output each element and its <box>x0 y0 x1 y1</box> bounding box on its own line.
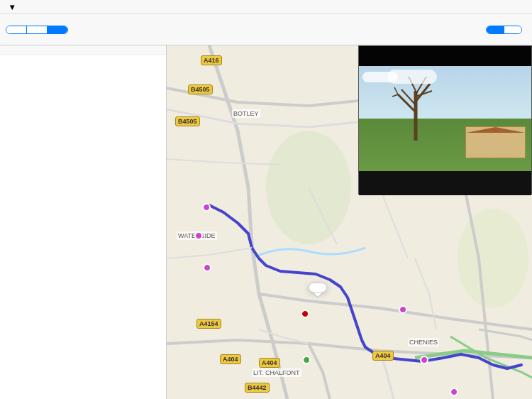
road-badge-a416: A416 <box>201 55 222 65</box>
popup-controls <box>359 171 531 195</box>
photo-sidebar <box>0 45 167 399</box>
map-pin-2[interactable] <box>194 231 203 240</box>
svg-line-6 <box>398 94 416 112</box>
popup-cloud2 <box>387 70 437 84</box>
popup-buildings <box>465 126 526 158</box>
nav-bar <box>0 14 532 45</box>
map-pin-3[interactable] <box>203 263 211 272</box>
status-left: ▾ <box>7 2 14 12</box>
tab-places[interactable] <box>26 26 47 33</box>
map-pin-6[interactable] <box>450 388 458 396</box>
map-callout <box>309 283 327 293</box>
road-badge-a4154: A4154 <box>196 319 221 329</box>
road-badge-b4442: B4442 <box>245 383 270 393</box>
photo-popup <box>358 45 532 195</box>
map-toggle-map[interactable] <box>487 26 504 33</box>
map-pin-green[interactable] <box>302 356 311 364</box>
sidebar-title <box>0 45 166 55</box>
svg-line-7 <box>401 89 416 105</box>
svg-point-4 <box>458 209 528 308</box>
status-bar: ▾ <box>0 0 532 14</box>
map-pin-4[interactable] <box>399 305 407 314</box>
svg-line-12 <box>394 87 398 94</box>
road-badge-a404-3: A404 <box>372 351 394 361</box>
lit-chalfont-label: LIT. CHALFONT <box>252 368 301 377</box>
map-toggle-group <box>486 26 522 34</box>
map-pin-red[interactable] <box>301 310 309 318</box>
tab-photos[interactable] <box>47 26 67 33</box>
road-badge-a404-2: A404 <box>259 358 280 368</box>
map-area[interactable]: A416 B4505 B4505 A4154 A404 A404 A404 B4… <box>167 45 532 399</box>
road-badge-b4505-2: B4505 <box>175 116 200 126</box>
map-pin-5[interactable] <box>420 356 428 364</box>
tab-info[interactable] <box>6 26 26 33</box>
botley-label: BOTLEY <box>232 109 260 118</box>
popup-toolbar <box>359 46 531 66</box>
road-badge-b4505-1: B4505 <box>188 84 213 94</box>
popup-image-area <box>359 66 531 171</box>
map-pin-1[interactable] <box>202 203 211 212</box>
tab-group <box>6 26 68 34</box>
map-toggle-satellite[interactable] <box>504 26 521 33</box>
photo-grid <box>0 55 166 56</box>
svg-line-13 <box>392 94 398 97</box>
main-content: A416 B4505 B4505 A4154 A404 A404 A404 B4… <box>0 45 532 399</box>
popup-roof <box>466 127 525 133</box>
road-badge-a404-1: A404 <box>220 354 241 364</box>
chenies-label: CHENIES <box>408 338 439 346</box>
wifi-icon: ▾ <box>10 2 14 12</box>
